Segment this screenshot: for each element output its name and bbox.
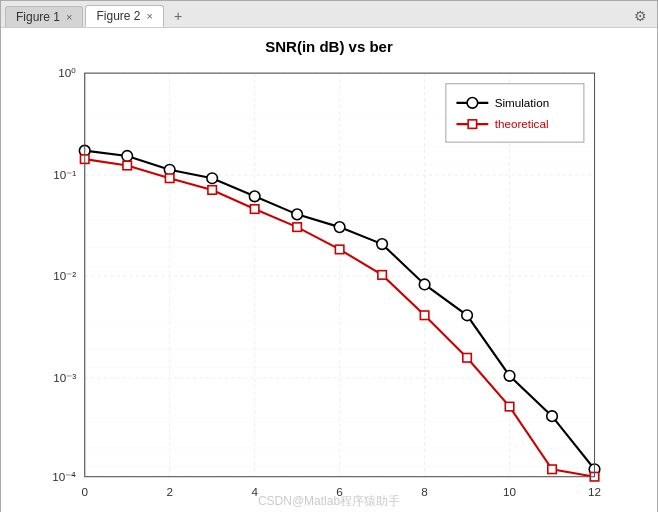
legend-sim-marker: [467, 98, 478, 109]
y-tick-0: 10⁰: [58, 66, 76, 79]
tab-figure1[interactable]: Figure 1 ×: [5, 6, 83, 27]
legend-theo-label: theoretical: [495, 117, 549, 130]
sim-marker-8: [419, 279, 430, 290]
x-tick-2: 2: [166, 485, 173, 498]
theo-marker-7: [378, 271, 386, 279]
y-tick-4: 10⁻⁴: [52, 470, 76, 483]
sim-marker-4: [249, 191, 260, 202]
tab-figure1-close[interactable]: ×: [66, 11, 72, 23]
sim-marker-10: [504, 370, 515, 381]
figure-area: SNR(in dB) vs ber: [1, 28, 657, 512]
theo-marker-1: [123, 161, 131, 169]
theo-marker-2: [165, 174, 173, 182]
tab-figure2[interactable]: Figure 2 ×: [85, 5, 163, 27]
theo-marker-3: [208, 186, 216, 194]
tab-bar: Figure 1 × Figure 2 × + ⚙: [1, 1, 657, 28]
main-window: Figure 1 × Figure 2 × + ⚙ SNR(in dB) vs …: [0, 0, 658, 512]
y-tick-1: 10⁻¹: [53, 168, 76, 181]
tab-figure2-label: Figure 2: [96, 9, 140, 23]
x-tick-12: 12: [588, 485, 601, 498]
sim-marker-1: [122, 151, 133, 162]
gear-icon[interactable]: ⚙: [628, 6, 653, 26]
x-tick-8: 8: [421, 485, 428, 498]
sim-marker-11: [547, 411, 558, 422]
legend-box: [446, 84, 584, 142]
add-tab-button[interactable]: +: [166, 5, 190, 27]
x-tick-0: 0: [81, 485, 88, 498]
y-tick-3: 10⁻³: [53, 371, 76, 384]
theo-marker-10: [505, 402, 513, 410]
theo-marker-8: [420, 311, 428, 319]
sim-marker-9: [462, 310, 473, 321]
theo-marker-9: [463, 354, 471, 362]
x-tick-10: 10: [503, 485, 516, 498]
sim-marker-6: [334, 222, 345, 233]
theo-marker-6: [335, 245, 343, 253]
y-tick-2: 10⁻²: [53, 269, 76, 282]
sim-marker-3: [207, 173, 218, 184]
theo-marker-11: [548, 465, 556, 473]
chart-svg: 10⁰ 10⁻¹ 10⁻² 10⁻³ 10⁻⁴ 0 2 4 6 8 10 12: [21, 61, 637, 510]
chart-title: SNR(in dB) vs ber: [265, 38, 393, 55]
theo-marker-5: [293, 223, 301, 231]
theo-marker-4: [250, 205, 258, 213]
sim-marker-5: [292, 209, 303, 220]
legend-sim-label: Simulation: [495, 96, 549, 109]
tab-figure1-label: Figure 1: [16, 10, 60, 24]
chart-container: 10⁰ 10⁻¹ 10⁻² 10⁻³ 10⁻⁴ 0 2 4 6 8 10 12: [21, 61, 637, 510]
x-tick-4: 4: [251, 485, 258, 498]
sim-marker-7: [377, 239, 388, 250]
x-tick-6: 6: [336, 485, 342, 498]
legend-theo-marker: [468, 120, 476, 128]
tab-figure2-close[interactable]: ×: [147, 10, 153, 22]
